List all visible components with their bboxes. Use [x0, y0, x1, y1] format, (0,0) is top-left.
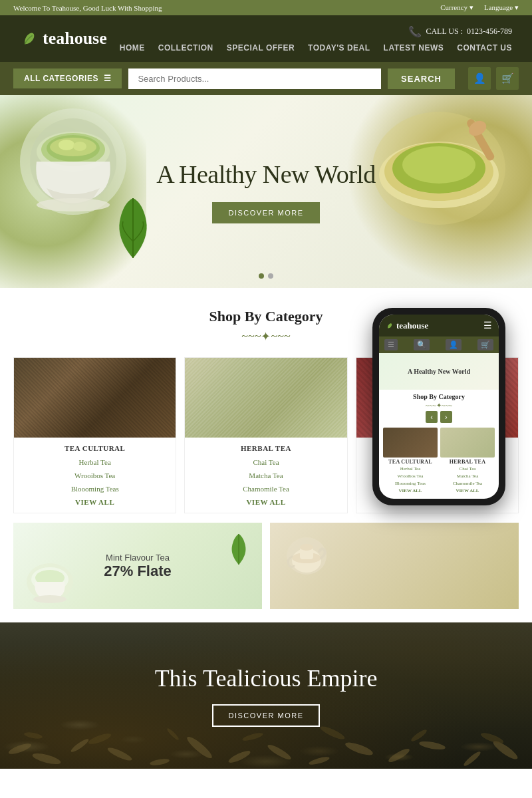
phone-cat-dark-image: [383, 428, 438, 458]
list-item[interactable]: Wrooibos Tea: [22, 469, 168, 483]
hero-dots: [259, 273, 273, 279]
list-item[interactable]: Bloooming Teas: [22, 483, 168, 496]
phone-user-icon: 🔍: [414, 339, 430, 350]
phone-cat-grid: TEA CULTURAL Herbal Tea Wroolbos Tea Blo…: [379, 425, 499, 499]
phone-next-btn[interactable]: ›: [440, 411, 452, 423]
svg-point-31: [227, 749, 252, 765]
svg-point-26: [31, 751, 62, 767]
tea-cultural-view-all[interactable]: VIEW ALL: [22, 498, 168, 506]
logo[interactable]: teahouse: [20, 29, 107, 49]
svg-point-40: [87, 732, 112, 747]
phone-nav-btns: ‹ ›: [379, 409, 499, 425]
phone-prev-btn[interactable]: ‹: [426, 411, 438, 423]
search-input[interactable]: [128, 68, 381, 89]
hero-dot-1[interactable]: [259, 273, 264, 279]
nav-latest-news[interactable]: LATEST NEWS: [384, 43, 444, 53]
phone-icon: 📞: [408, 25, 422, 38]
category-card-tea-cultural: TEA CULTURAL Herbal Tea Wrooibos Tea Blo…: [13, 357, 176, 513]
phone-bag-icon: 🛒: [477, 339, 493, 350]
welcome-text: Welcome To Teahouse, Good Luck With Shop…: [13, 4, 162, 12]
promo-leaf-left: [229, 533, 249, 566]
phone-logo-leaf: [386, 322, 394, 330]
svg-point-41: [166, 728, 180, 741]
hero-powder-icon: [366, 108, 512, 228]
tea-cultural-items: Herbal Tea Wrooibos Tea Bloooming Teas: [22, 456, 168, 495]
phone-cat2-links: Chai Tea Matcha Tea Chamomile Tea: [440, 466, 495, 488]
phone-screen: teahouse ☰ ☰ 🔍 👤 🛒 A Healthy New World S…: [379, 315, 499, 499]
phone-cat-herbal: HERBAL TEA Chai Tea Matcha Tea Chamomile…: [440, 428, 495, 496]
phone-cat-cultural: TEA CULTURAL Herbal Tea Wroolbos Tea Blo…: [383, 428, 438, 496]
user-icon-button[interactable]: 👤: [468, 67, 491, 90]
nav-today-deal[interactable]: TODAY'S DEAL: [308, 43, 370, 53]
svg-point-42: [242, 732, 264, 742]
svg-point-29: [150, 758, 170, 767]
phone-search-bar: ☰ 🔍 👤 🛒: [379, 336, 499, 353]
shop-category-section: Shop By Category ~~~✦~~~ TEA CULTURAL He…: [0, 288, 532, 622]
svg-point-45: [479, 732, 504, 746]
hero-leaf-icon: [113, 195, 153, 261]
phone-number: 0123-456-789: [467, 27, 512, 37]
call-label: CALL US :: [426, 27, 463, 37]
nav-home[interactable]: HOME: [120, 43, 145, 53]
search-bar: ALL CATEGORIES ☰ SEARCH 👤 🛒: [0, 62, 532, 95]
category-card-herbal-tea: HERBAL TEA Chai Tea Matcha Tea Chamomile…: [184, 357, 347, 513]
herbal-tea-title: HERBAL TEA: [193, 444, 338, 452]
tea-cultural-info: TEA CULTURAL Herbal Tea Wrooibos Tea Blo…: [14, 438, 176, 513]
promo-row: Mint Flavour Tea 27% Flate: [13, 523, 519, 609]
top-bar: Welcome To Teahouse, Good Luck With Shop…: [0, 0, 532, 15]
phone-search-icon: ☰: [384, 339, 398, 350]
list-item[interactable]: Chamomile Tea: [193, 483, 338, 496]
phone-cat-light-image: [440, 428, 495, 458]
svg-point-36: [418, 740, 446, 751]
phone-logo: teahouse: [386, 321, 428, 331]
dark-banner-discover-button[interactable]: DISCOVER MORE: [212, 704, 319, 727]
hero-content: A Healthy New World DISCOVER MORE: [156, 160, 376, 223]
tea-cultural-image: [14, 358, 176, 438]
nav-special-offer[interactable]: SPECIAL OFFER: [227, 43, 295, 53]
herbal-tea-view-all[interactable]: VIEW ALL: [193, 498, 338, 506]
svg-point-37: [462, 750, 482, 768]
svg-point-19: [33, 595, 66, 603]
contact-info: 📞 CALL US : 0123-456-789: [408, 25, 512, 38]
hero-dot-2[interactable]: [268, 273, 273, 279]
list-item[interactable]: Herbal Tea: [22, 456, 168, 469]
promo-card-right: [270, 523, 519, 609]
herbal-tea-info: HERBAL TEA Chai Tea Matcha Tea Chamomile…: [185, 438, 346, 513]
currency-selector[interactable]: Currency: [440, 3, 473, 12]
list-item[interactable]: Chai Tea: [193, 456, 338, 469]
nav-contact[interactable]: CONTACT US: [457, 43, 512, 53]
phone-cat2-view-all[interactable]: VIEW ALL: [440, 488, 495, 493]
svg-point-24: [300, 544, 313, 551]
hero-banner: A Healthy New World DISCOVER MORE: [0, 95, 532, 288]
categories-button[interactable]: ALL CATEGORIES ☰: [13, 68, 122, 88]
list-item[interactable]: Matcha Tea: [193, 469, 338, 483]
svg-point-44: [410, 728, 428, 743]
phone-section-title: Shop By Category: [379, 390, 499, 402]
phone-cart-icon: 👤: [446, 339, 462, 350]
phone-hero-mini: A Healthy New World: [379, 353, 499, 390]
language-selector[interactable]: Language: [484, 3, 519, 12]
menu-icon: ☰: [104, 74, 112, 83]
cart-icon-button[interactable]: 🛒: [496, 67, 519, 90]
promo-discount: 27% Flate: [104, 563, 172, 580]
phone-cat2-label: HERBAL TEA: [440, 458, 495, 466]
main-nav: HOME COLLECTION SPECIAL OFFER TODAY'S DE…: [120, 43, 512, 53]
tea-cultural-title: TEA CULTURAL: [22, 444, 168, 452]
promo-subtitle: Mint Flavour Tea: [104, 553, 172, 563]
phone-menu-icon: ☰: [483, 320, 492, 331]
svg-point-39: [24, 732, 43, 740]
search-button[interactable]: SEARCH: [388, 68, 455, 89]
svg-point-25: [7, 742, 32, 757]
svg-point-28: [106, 745, 133, 763]
hero-title: A Healthy New World: [156, 160, 376, 189]
logo-text: teahouse: [43, 29, 107, 49]
phone-cat1-view-all[interactable]: VIEW ALL: [383, 488, 438, 493]
header: teahouse 📞 CALL US : 0123-456-789 HOME C…: [0, 15, 532, 62]
svg-point-27: [70, 737, 90, 754]
herbal-tea-image: [185, 358, 346, 438]
promo-cup-left: [23, 561, 76, 604]
phone-header: teahouse ☰: [379, 315, 499, 336]
herbal-tea-items: Chai Tea Matcha Tea Chamomile Tea: [193, 456, 338, 495]
nav-collection[interactable]: COLLECTION: [158, 43, 213, 53]
hero-discover-button[interactable]: DISCOVER MORE: [212, 202, 319, 223]
